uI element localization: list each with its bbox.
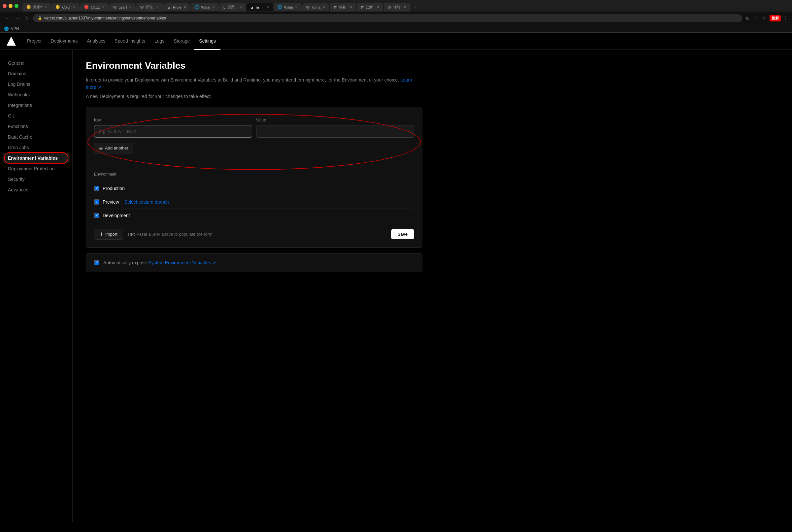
sidebar-item-log-drains[interactable]: Log Drains bbox=[0, 79, 72, 90]
address-bar[interactable]: 🔒 vercel.com/qiuzhen1337/my-comment/sett… bbox=[33, 14, 742, 22]
tab-close-icon[interactable]: ✕ bbox=[102, 5, 104, 9]
update-button[interactable]: 更新 bbox=[770, 15, 781, 21]
sidebar-item-git[interactable]: Git bbox=[0, 111, 72, 121]
nav-settings[interactable]: Settings bbox=[194, 33, 220, 50]
back-button[interactable]: ← bbox=[4, 15, 11, 21]
nav-project[interactable]: Project bbox=[22, 33, 46, 50]
browser-chrome: 😊 黄家≡ ✕ 😊 Colur ✕ 🔴 @qzz ✕ W qz's f ✕ W … bbox=[0, 0, 792, 33]
sys-env-checkbox[interactable]: ✓ bbox=[94, 260, 99, 265]
traffic-lights bbox=[3, 4, 18, 11]
oval-container: Key Value ⊕ Add another bbox=[94, 115, 414, 172]
footer-row: ⬇ Import TIP: Paste a .env above to popu… bbox=[94, 229, 414, 240]
footer-left: ⬇ Import TIP: Paste a .env above to popu… bbox=[94, 229, 213, 240]
browser-tab[interactable]: 🔴 @qzz ✕ bbox=[80, 3, 109, 11]
browser-tab[interactable]: ⇄ 云解 ✕ bbox=[357, 3, 383, 12]
tip-text: TIP: Paste a .env above to populate the … bbox=[127, 232, 213, 236]
key-label: Key bbox=[94, 118, 252, 122]
maximize-button[interactable] bbox=[15, 4, 18, 8]
share-icon[interactable]: ↑ bbox=[753, 16, 758, 20]
close-button[interactable] bbox=[3, 4, 6, 8]
tab-close-icon[interactable]: ✕ bbox=[156, 5, 159, 9]
preview-label: Preview bbox=[103, 200, 119, 205]
browser-tab[interactable]: 🌐 Walin ✕ bbox=[191, 3, 219, 11]
url-text: vercel.com/qiuzhen1337/my-comment/settin… bbox=[44, 16, 166, 20]
vpn-label: VPN bbox=[11, 26, 19, 31]
browser-tab[interactable]: W 评论 ✕ bbox=[384, 3, 410, 12]
env-development: ✓ Development bbox=[94, 209, 414, 222]
browser-tab[interactable]: L 应用 ✕ bbox=[219, 3, 246, 12]
browser-tab[interactable]: W Toma ✕ bbox=[302, 3, 329, 11]
app-body: General Domains Log Drains Webhooks Inte… bbox=[0, 50, 792, 522]
browser-tab[interactable]: 😊 Colur ✕ bbox=[52, 3, 79, 11]
nav-deployments[interactable]: Deployments bbox=[46, 33, 82, 50]
sidebar-item-deployment-protection[interactable]: Deployment Protection bbox=[0, 163, 72, 174]
tab-close-icon[interactable]: ✕ bbox=[44, 5, 47, 9]
forward-button[interactable]: → bbox=[14, 15, 21, 21]
browser-tab-active[interactable]: ▲ m ✕ bbox=[247, 3, 273, 11]
tab-close-icon[interactable]: ✕ bbox=[239, 5, 242, 9]
browser-tab[interactable]: W qz's f ✕ bbox=[109, 3, 136, 11]
environment-section: Environment ✓ Production ✓ Preview Selec… bbox=[94, 172, 414, 222]
vercel-logo[interactable] bbox=[6, 37, 16, 46]
nav-logs[interactable]: Logs bbox=[150, 33, 169, 50]
main-content: Environment Variables In order to provid… bbox=[73, 50, 436, 522]
environment-label: Environment bbox=[94, 172, 414, 176]
tab-close-icon[interactable]: ✕ bbox=[212, 5, 215, 9]
tab-close-icon[interactable]: ✕ bbox=[183, 5, 186, 9]
sidebar-item-general[interactable]: General bbox=[0, 58, 72, 68]
select-custom-branch-link[interactable]: Select custom branch bbox=[124, 200, 169, 205]
browser-tab[interactable]: ⇄ 域名 ✕ bbox=[330, 3, 356, 12]
value-input[interactable] bbox=[256, 125, 414, 138]
tab-close-icon[interactable]: ✕ bbox=[295, 5, 298, 9]
sidebar-item-webhooks[interactable]: Webhooks bbox=[0, 90, 72, 100]
nav-speed-insights[interactable]: Speed Insights bbox=[110, 33, 150, 50]
save-button[interactable]: Save bbox=[391, 229, 414, 239]
page-description: In order to provide your Deployment with… bbox=[86, 76, 422, 91]
browser-tab[interactable]: 😊 黄家≡ ✕ bbox=[22, 3, 51, 12]
deployment-notice: A new Deployment is required for your ch… bbox=[86, 94, 422, 99]
tab-close-icon[interactable]: ✕ bbox=[73, 5, 76, 9]
menu-icon[interactable]: ⋮ bbox=[784, 16, 788, 21]
download-icon: ⬇ bbox=[100, 232, 103, 236]
sidebar-item-data-cache[interactable]: Data Cache bbox=[0, 132, 72, 142]
sys-env-card: ✓ Automatically expose System Environmen… bbox=[86, 253, 422, 272]
browser-tab[interactable]: ▲ Proje ✕ bbox=[163, 3, 190, 11]
env-var-form-card: Key Value ⊕ Add another Environment bbox=[86, 107, 422, 248]
tab-close-icon[interactable]: ✕ bbox=[266, 5, 269, 9]
sidebar-item-functions[interactable]: Functions bbox=[0, 121, 72, 132]
sys-env-text: Automatically expose System Environment … bbox=[103, 260, 216, 265]
key-input[interactable] bbox=[94, 125, 252, 138]
sidebar-item-env-vars[interactable]: Environment Variables bbox=[3, 153, 70, 163]
tab-close-icon[interactable]: ✕ bbox=[376, 5, 379, 9]
sidebar-item-integrations[interactable]: Integrations bbox=[0, 100, 72, 111]
tab-close-icon[interactable]: ✕ bbox=[323, 5, 325, 9]
browser-tab[interactable]: W 评论 ✕ bbox=[136, 3, 163, 12]
nav-storage[interactable]: Storage bbox=[169, 33, 194, 50]
preview-checkbox[interactable]: ✓ bbox=[94, 200, 99, 205]
import-button[interactable]: ⬇ Import bbox=[94, 229, 123, 240]
value-label: Value bbox=[256, 118, 414, 122]
sidebar-item-domains[interactable]: Domains bbox=[0, 68, 72, 79]
development-checkbox[interactable]: ✓ bbox=[94, 213, 99, 218]
tab-close-icon[interactable]: ✕ bbox=[404, 5, 406, 9]
nav-items: Project Deployments Analytics Speed Insi… bbox=[22, 33, 220, 50]
browser-tab[interactable]: 🌐 Walin ✕ bbox=[274, 3, 302, 11]
tab-close-icon[interactable]: ✕ bbox=[349, 5, 352, 9]
add-another-button[interactable]: ⊕ Add another bbox=[94, 143, 133, 153]
production-checkbox[interactable]: ✓ bbox=[94, 186, 99, 191]
sidebar-item-security[interactable]: Security bbox=[0, 174, 72, 185]
app-nav: Project Deployments Analytics Speed Insi… bbox=[0, 33, 792, 50]
new-tab-button[interactable]: + bbox=[411, 4, 419, 10]
value-field-group: Value bbox=[256, 118, 414, 138]
sidebar-item-advanced[interactable]: Advanced bbox=[0, 185, 72, 195]
tab-close-icon[interactable]: ✕ bbox=[129, 5, 132, 9]
sys-env-link[interactable]: System Environment Variables ↗ bbox=[148, 260, 216, 265]
translate-icon[interactable]: ⊞ bbox=[745, 16, 751, 20]
sidebar-item-cron-jobs[interactable]: Cron Jobs bbox=[0, 142, 72, 153]
nav-analytics[interactable]: Analytics bbox=[82, 33, 110, 50]
minimize-button[interactable] bbox=[8, 4, 13, 8]
reload-button[interactable]: ↻ bbox=[24, 15, 31, 21]
production-label: Production bbox=[103, 186, 125, 191]
plus-circle-icon: ⊕ bbox=[99, 146, 103, 151]
bookmark-icon[interactable]: ☆ bbox=[761, 16, 767, 20]
